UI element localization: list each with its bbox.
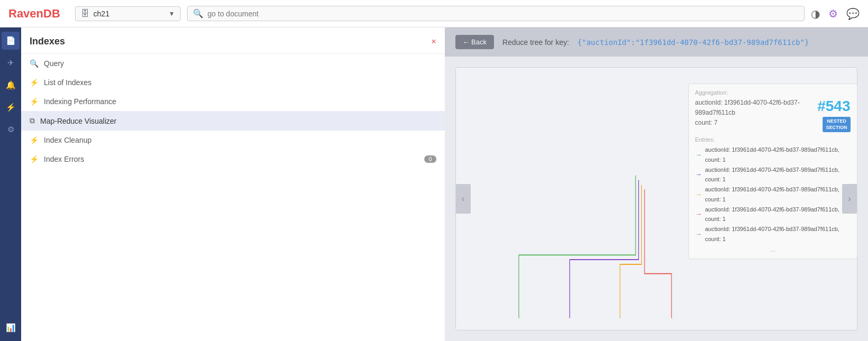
sidebar-icon-tasks[interactable]: ✈ xyxy=(2,54,20,72)
sidebar-close-button[interactable]: × xyxy=(431,37,436,47)
db-dropdown-arrow: ▼ xyxy=(169,10,175,17)
topbar: RavenDB 🗄 ch21 ▼ 🔍 ◑ ⚙ 💬 xyxy=(0,0,868,27)
back-button[interactable]: ← Back xyxy=(455,35,494,49)
notifications-icon[interactable]: ⚙ xyxy=(828,7,838,20)
sidebar-nav: Indexes × 🔍 Query ⚡ List of Indexes ⚡ In… xyxy=(21,27,445,341)
nav-arrow-left[interactable]: ‹ xyxy=(456,184,471,214)
messages-icon[interactable]: 💬 xyxy=(846,7,860,20)
nav-arrow-right[interactable]: › xyxy=(842,184,857,214)
nav-label-list-of-indexes: List of Indexes xyxy=(44,78,91,87)
db-name: ch21 xyxy=(94,10,164,18)
search-icon: 🔍 xyxy=(193,8,203,19)
nav-label-index-cleanup: Index Cleanup xyxy=(44,136,91,144)
entries-title: Entries: xyxy=(695,136,851,143)
nav-label-indexing-performance: Indexing Performance xyxy=(44,97,116,106)
logo-db: DB xyxy=(43,7,60,20)
entry-item: →auctionId: 1f3961dd-4070-42f6-bd37-989a… xyxy=(695,145,851,164)
agg-header: auctionId: 1f3961dd-4070-42f6-bd37-989ad… xyxy=(695,98,851,132)
entry-arrow: → xyxy=(695,208,702,220)
nav-label-map-reduce: Map-Reduce Visualizer xyxy=(40,117,116,125)
entry-text: auctionId: 1f3961dd-4070-42f6-bd37-989ad… xyxy=(705,165,851,185)
nav-item-indexing-performance[interactable]: ⚡ Indexing Performance xyxy=(21,92,445,111)
nav-item-query[interactable]: 🔍 Query xyxy=(21,54,445,73)
aggregation-card: Aggregation: auctionId: 1f3961dd-4070-42… xyxy=(688,84,857,259)
agg-info-line1: auctionId: 1f3961dd-4070-42f6-bd37-989ad… xyxy=(695,98,818,118)
search-input[interactable] xyxy=(208,10,799,18)
logo-raven: Raven xyxy=(8,7,43,20)
entry-arrow: → xyxy=(695,169,702,180)
theme-toggle-icon[interactable]: ◑ xyxy=(811,7,820,20)
sidebar-icon-documents[interactable]: 📄 xyxy=(2,32,20,50)
nested-badge-line1: NESTED xyxy=(826,118,847,125)
sidebar-icon-alerts[interactable]: 🔔 xyxy=(2,76,20,94)
entry-text: auctionId: 1f3961dd-4070-42f6-bd37-989ad… xyxy=(705,145,851,164)
sidebar-header: Indexes × xyxy=(21,27,445,54)
indexing-performance-icon: ⚡ xyxy=(30,97,39,106)
nested-section-badge: NESTED SECTION xyxy=(823,117,850,132)
entry-text: auctionId: 1f3961dd-4070-42f6-bd37-989ad… xyxy=(705,205,851,224)
entry-arrow: → xyxy=(695,149,702,161)
reduce-key-value: {"auctionId":"1f3961dd-4070-42f6-bd37-98… xyxy=(577,38,809,47)
topbar-icons: ◑ ⚙ 💬 xyxy=(811,7,860,20)
entry-text: auctionId: 1f3961dd-4070-42f6-bd37-989ad… xyxy=(705,224,851,244)
sidebar-icon-charts[interactable]: 📊 xyxy=(2,319,20,337)
sidebar-title: Indexes xyxy=(30,36,65,47)
nav-item-index-errors[interactable]: ⚡ Index Errors 0 xyxy=(21,150,445,169)
agg-more: ... xyxy=(695,246,851,253)
entry-item: →auctionId: 1f3961dd-4070-42f6-bd37-989a… xyxy=(695,224,851,244)
nested-badge-line2: SECTION xyxy=(826,125,847,131)
viz-panel: ‹ Aggregation: xyxy=(455,67,858,330)
list-indexes-icon: ⚡ xyxy=(30,78,39,87)
agg-number: #543 xyxy=(817,98,850,115)
nav-label-query: Query xyxy=(44,59,64,68)
entry-arrow: → xyxy=(695,189,702,200)
entry-item: →auctionId: 1f3961dd-4070-42f6-bd37-989a… xyxy=(695,205,851,224)
content-area: ← Back Reduce tree for key: {"auctionId"… xyxy=(445,27,869,341)
search-bar[interactable]: 🔍 xyxy=(187,6,805,21)
agg-info: auctionId: 1f3961dd-4070-42f6-bd37-989ad… xyxy=(695,98,818,128)
content-header: ← Back Reduce tree for key: {"auctionId"… xyxy=(445,27,869,57)
entry-arrow: → xyxy=(695,228,702,240)
entries-container: →auctionId: 1f3961dd-4070-42f6-bd37-989a… xyxy=(695,145,851,244)
index-errors-badge: 0 xyxy=(424,155,436,163)
index-errors-icon: ⚡ xyxy=(30,155,39,163)
db-icon: 🗄 xyxy=(81,9,89,19)
agg-info-line2: count: 7 xyxy=(695,118,818,128)
nav-label-index-errors: Index Errors xyxy=(44,155,84,163)
db-selector[interactable]: 🗄 ch21 ▼ xyxy=(75,6,181,21)
logo: RavenDB xyxy=(8,7,60,21)
nav-item-index-cleanup[interactable]: ⚡ Index Cleanup xyxy=(21,131,445,150)
sidebar-left-icons: 📄 ✈ 🔔 ⚡ ⚙ 📊 xyxy=(0,27,21,341)
entry-item: →auctionId: 1f3961dd-4070-42f6-bd37-989a… xyxy=(695,185,851,204)
main-layout: 📄 ✈ 🔔 ⚡ ⚙ 📊 Indexes × 🔍 Query ⚡ List of … xyxy=(0,27,868,341)
sidebar-icon-indexes[interactable]: ⚡ xyxy=(2,98,20,116)
nav-item-list-of-indexes[interactable]: ⚡ List of Indexes xyxy=(21,73,445,92)
visualizer-area: ‹ Aggregation: xyxy=(445,57,869,341)
entry-item: →auctionId: 1f3961dd-4070-42f6-bd37-989a… xyxy=(695,165,851,185)
map-reduce-icon: ⧉ xyxy=(30,116,35,125)
reduce-tree-label: Reduce tree for key: xyxy=(502,38,569,47)
entry-text: auctionId: 1f3961dd-4070-42f6-bd37-989ad… xyxy=(705,185,851,204)
query-icon: 🔍 xyxy=(30,59,39,68)
nav-item-map-reduce[interactable]: ⧉ Map-Reduce Visualizer xyxy=(21,111,445,131)
agg-title: Aggregation: xyxy=(695,89,851,96)
sidebar-icon-settings[interactable]: ⚙ xyxy=(2,121,20,139)
index-cleanup-icon: ⚡ xyxy=(30,136,39,144)
